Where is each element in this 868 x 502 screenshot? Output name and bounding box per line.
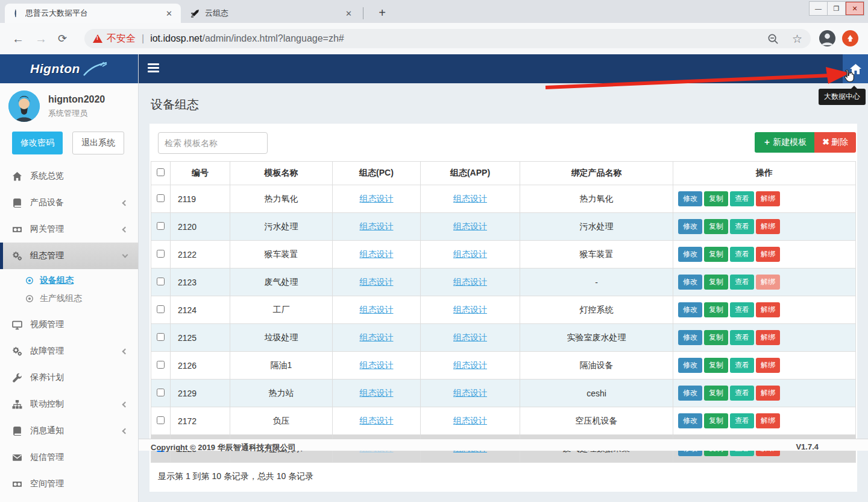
browser-tab-1[interactable]: 思普云大数据平台 ✕ xyxy=(5,4,181,23)
tab1-close-icon[interactable]: ✕ xyxy=(163,8,175,19)
row-checkbox[interactable] xyxy=(157,278,165,285)
tab2-close-icon[interactable]: ✕ xyxy=(343,8,354,19)
hamburger-menu-icon[interactable] xyxy=(148,63,159,74)
copy-button[interactable]: 复制 xyxy=(704,302,728,317)
row-checkbox[interactable] xyxy=(157,250,165,258)
view-button[interactable]: 查看 xyxy=(730,330,754,345)
sidebar-item-space[interactable]: 空间管理 xyxy=(0,471,138,497)
pc-design-link[interactable]: 组态设计 xyxy=(360,277,394,287)
app-design-link[interactable]: 组态设计 xyxy=(453,332,487,342)
new-tab-button[interactable]: + xyxy=(374,5,391,22)
sidebar-subitem-line-scada[interactable]: 生产线组态 xyxy=(0,290,138,308)
copy-button[interactable]: 复制 xyxy=(704,247,728,262)
row-checkbox[interactable] xyxy=(157,416,165,424)
window-close-button[interactable]: ✕ xyxy=(846,2,864,15)
pc-design-link[interactable]: 组态设计 xyxy=(360,194,394,203)
view-button[interactable]: 查看 xyxy=(730,247,754,262)
bookmark-star-icon[interactable]: ☆ xyxy=(792,32,802,46)
sidebar-item-maintenance[interactable]: 保养计划 xyxy=(0,364,138,391)
browser-profile-avatar[interactable] xyxy=(819,30,835,46)
app-design-link[interactable]: 组态设计 xyxy=(453,249,487,259)
security-warning-label[interactable]: 不安全 xyxy=(107,33,136,45)
row-checkbox[interactable] xyxy=(157,222,165,230)
bigdata-center-home-button[interactable] xyxy=(843,54,868,83)
row-checkbox[interactable] xyxy=(157,333,165,341)
pc-design-link[interactable]: 组态设计 xyxy=(360,416,394,425)
row-checkbox[interactable] xyxy=(157,361,165,369)
logout-button[interactable]: 退出系统 xyxy=(72,132,124,154)
sidebar-item-linkage[interactable]: 联动控制 xyxy=(0,391,138,418)
search-input[interactable] xyxy=(158,132,268,154)
edit-button[interactable]: 修改 xyxy=(678,386,702,401)
browser-extension-icon[interactable] xyxy=(842,30,858,46)
pc-design-link[interactable]: 组态设计 xyxy=(360,305,394,314)
sidebar-item-products[interactable]: 产品设备 xyxy=(0,189,138,216)
reload-icon[interactable]: ⟳ xyxy=(58,32,67,45)
app-design-link[interactable]: 组态设计 xyxy=(453,277,487,287)
unbind-button[interactable]: 解绑 xyxy=(756,302,780,317)
app-design-link[interactable]: 组态设计 xyxy=(453,416,487,425)
address-bar[interactable]: 不安全 | iot.idosp.net/admin/index.html?lan… xyxy=(84,29,811,48)
new-template-button[interactable]: ＋新建模板 xyxy=(755,132,814,153)
app-design-link[interactable]: 组态设计 xyxy=(453,194,487,203)
view-button[interactable]: 查看 xyxy=(730,275,754,290)
view-button[interactable]: 查看 xyxy=(730,191,754,206)
unbind-button[interactable]: 解绑 xyxy=(756,275,780,290)
view-button[interactable]: 查看 xyxy=(730,358,754,373)
edit-button[interactable]: 修改 xyxy=(678,330,702,345)
view-button[interactable]: 查看 xyxy=(730,386,754,401)
sidebar-item-scada[interactable]: 组态管理 xyxy=(0,243,138,269)
unbind-button[interactable]: 解绑 xyxy=(756,330,780,345)
app-design-link[interactable]: 组态设计 xyxy=(453,388,487,398)
copy-button[interactable]: 复制 xyxy=(704,330,728,345)
delete-button[interactable]: ✖删除 xyxy=(814,132,856,153)
copy-button[interactable]: 复制 xyxy=(704,358,728,373)
window-restore-button[interactable]: ❐ xyxy=(828,2,846,15)
copy-button[interactable]: 复制 xyxy=(704,386,728,401)
app-design-link[interactable]: 组态设计 xyxy=(453,305,487,314)
select-all-checkbox[interactable] xyxy=(157,168,165,176)
copy-button[interactable]: 复制 xyxy=(704,191,728,206)
unbind-button[interactable]: 解绑 xyxy=(756,219,780,234)
unbind-button[interactable]: 解绑 xyxy=(756,191,780,206)
window-minimize-button[interactable]: — xyxy=(810,2,828,15)
pc-design-link[interactable]: 组态设计 xyxy=(360,249,394,259)
browser-tab-2[interactable]: 云组态 ✕ xyxy=(184,4,360,23)
edit-button[interactable]: 修改 xyxy=(678,302,702,317)
view-button[interactable]: 查看 xyxy=(730,302,754,317)
pc-design-link[interactable]: 组态设计 xyxy=(360,332,394,342)
zoom-out-icon[interactable] xyxy=(767,33,779,45)
sidebar-item-sms[interactable]: 短信管理 xyxy=(0,444,138,471)
sidebar-logo[interactable]: Hignton xyxy=(0,54,138,83)
pc-design-link[interactable]: 组态设计 xyxy=(360,221,394,231)
edit-button[interactable]: 修改 xyxy=(678,219,702,234)
unbind-button[interactable]: 解绑 xyxy=(756,358,780,373)
sidebar-item-fault[interactable]: 故障管理 xyxy=(0,338,138,364)
copy-button[interactable]: 复制 xyxy=(704,275,728,290)
row-checkbox[interactable] xyxy=(157,194,165,202)
copy-button[interactable]: 复制 xyxy=(704,219,728,234)
sidebar-item-message[interactable]: 消息通知 xyxy=(0,418,138,444)
app-design-link[interactable]: 组态设计 xyxy=(453,360,487,370)
unbind-button[interactable]: 解绑 xyxy=(756,413,780,428)
row-checkbox[interactable] xyxy=(157,389,165,396)
row-checkbox[interactable] xyxy=(157,305,165,313)
change-password-button[interactable]: 修改密码 xyxy=(12,132,63,154)
sidebar-item-video[interactable]: 视频管理 xyxy=(0,311,138,338)
copy-button[interactable]: 复制 xyxy=(704,413,728,428)
edit-button[interactable]: 修改 xyxy=(678,275,702,290)
back-icon[interactable]: ← xyxy=(12,32,24,46)
view-button[interactable]: 查看 xyxy=(730,219,754,234)
pc-design-link[interactable]: 组态设计 xyxy=(360,388,394,398)
edit-button[interactable]: 修改 xyxy=(678,191,702,206)
sidebar-item-overview[interactable]: 系统总览 xyxy=(0,163,138,189)
edit-button[interactable]: 修改 xyxy=(678,413,702,428)
app-design-link[interactable]: 组态设计 xyxy=(453,221,487,231)
edit-button[interactable]: 修改 xyxy=(678,358,702,373)
pc-design-link[interactable]: 组态设计 xyxy=(360,360,394,370)
unbind-button[interactable]: 解绑 xyxy=(756,386,780,401)
edit-button[interactable]: 修改 xyxy=(678,247,702,262)
unbind-button[interactable]: 解绑 xyxy=(756,247,780,262)
sidebar-item-gateway[interactable]: 网关管理 xyxy=(0,216,138,243)
sidebar-subitem-device-scada[interactable]: 设备组态 xyxy=(0,272,138,290)
